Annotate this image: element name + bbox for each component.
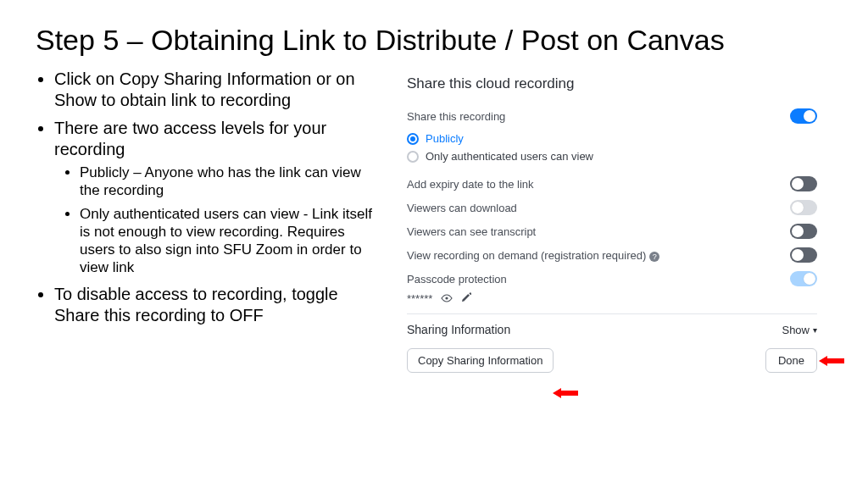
passcode-masked: ****** [407, 292, 432, 305]
bullet-2a: Publicly – Anyone who has the link can v… [80, 164, 375, 200]
svg-marker-2 [553, 388, 578, 398]
help-icon[interactable]: ? [649, 252, 659, 262]
bullet-2b: Only authenticated users can view - Link… [80, 205, 375, 277]
show-link[interactable]: Show ▾ [782, 324, 817, 336]
eye-icon[interactable] [441, 293, 453, 305]
radio-authenticated-label: Only authenticated users can view [426, 150, 593, 163]
copy-sharing-info-button[interactable]: Copy Sharing Information [407, 348, 554, 373]
radio-publicly-label: Publicly [426, 132, 464, 145]
ondemand-toggle[interactable] [790, 247, 817, 263]
bullet-3: To disable access to recording, toggle S… [54, 284, 375, 326]
radio-icon [407, 151, 419, 163]
sharing-info-label: Sharing Information [407, 323, 510, 336]
panel-title: Share this cloud recording [407, 75, 817, 92]
ondemand-label: View recording on demand (registration r… [407, 249, 659, 262]
radio-publicly[interactable]: Publicly [407, 130, 817, 147]
download-label: Viewers can download [407, 202, 517, 214]
bullet-2-text: There are two access levels for your rec… [54, 119, 326, 158]
annotation-arrow-show [819, 355, 844, 367]
transcript-toggle[interactable] [790, 224, 817, 239]
expiry-toggle[interactable] [790, 176, 817, 191]
radio-icon [407, 133, 419, 145]
ondemand-text: View recording on demand (registration r… [407, 249, 646, 262]
transcript-label: Viewers can see transcript [407, 225, 536, 238]
download-toggle[interactable] [790, 200, 817, 215]
svg-marker-1 [819, 356, 844, 366]
divider [407, 313, 817, 314]
bullet-1: Click on Copy Sharing Information or on … [54, 69, 375, 111]
instruction-text: Click on Copy Sharing Information or on … [36, 69, 375, 464]
done-button[interactable]: Done [765, 348, 817, 373]
share-recording-toggle[interactable] [790, 108, 817, 124]
show-text: Show [782, 324, 810, 336]
annotation-arrow-copy [553, 387, 578, 399]
passcode-toggle[interactable] [790, 271, 817, 286]
zoom-share-panel: Share this cloud recording Share this re… [392, 70, 832, 373]
slide-title: Step 5 – Obtaining Link to Distribute / … [36, 24, 832, 57]
passcode-label: Passcode protection [407, 273, 507, 286]
expiry-label: Add expiry date to the link [407, 178, 534, 191]
svg-point-0 [446, 297, 448, 299]
chevron-down-icon: ▾ [813, 325, 817, 335]
pencil-icon[interactable] [461, 292, 471, 305]
radio-authenticated[interactable]: Only authenticated users can view [407, 147, 817, 165]
share-recording-label: Share this recording [407, 110, 505, 123]
bullet-2: There are two access levels for your rec… [54, 118, 375, 277]
